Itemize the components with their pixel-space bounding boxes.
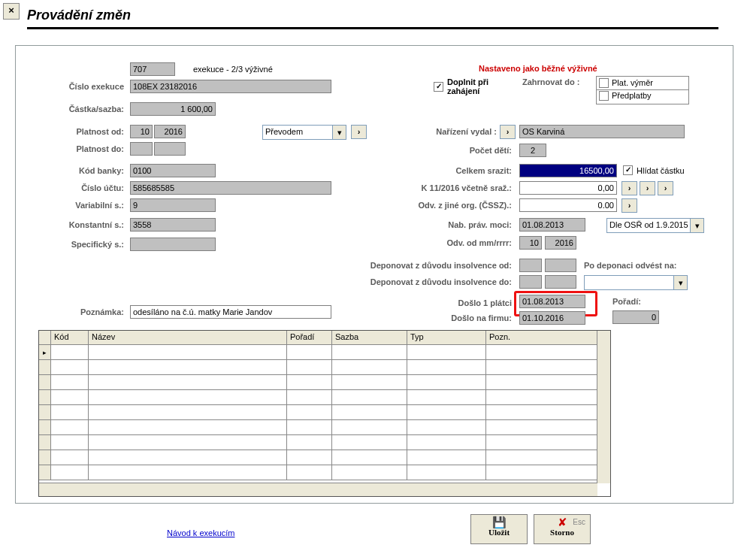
row-header[interactable]: ▸ [39,345,51,360]
grid-cell[interactable] [287,465,332,480]
grid-cell[interactable] [332,390,407,405]
odv-btn[interactable]: › [621,198,637,213]
col-poradi[interactable]: Pořadí [287,331,332,345]
grid-cell[interactable] [51,405,89,420]
col-nazev[interactable]: Název [89,331,287,345]
row-header[interactable] [39,465,51,480]
doplnit-checkbox[interactable]: ✓ [434,82,443,92]
k-btn2[interactable]: › [640,181,655,195]
narizeni-field[interactable]: OS Karviná [519,125,685,138]
grid-cell[interactable] [51,390,89,405]
dep-do-yy[interactable] [545,275,576,289]
grid-cell[interactable] [407,405,486,420]
code-field[interactable]: 707 [130,62,175,76]
odvod-mm[interactable]: 10 [519,236,542,250]
grid-cell[interactable] [407,390,486,405]
deti-field[interactable]: 2 [519,144,546,157]
po-dep-combo[interactable]: ▾ [584,275,688,290]
platba-combo[interactable]: Převodem ▾ [262,125,346,140]
grid-cell[interactable] [332,435,407,450]
grid-cell[interactable] [51,465,89,480]
grid-cell[interactable] [407,360,486,375]
odv-field[interactable]: 0.00 [519,198,617,212]
grid-hscroll[interactable] [39,483,597,496]
narizeni-go-button[interactable]: › [500,125,516,139]
col-kod[interactable]: Kód [51,331,89,345]
grid-cell[interactable] [486,360,597,375]
k-field[interactable]: 0,00 [519,181,617,195]
osr-combo[interactable]: Dle OSŘ od 1.9.2015 ▾ [606,218,704,233]
grid-cell[interactable] [89,375,287,390]
grid-cell[interactable] [89,465,287,480]
row-header[interactable] [39,435,51,450]
kod-banky-field[interactable]: 0100 [130,164,216,177]
platnost-do-mm[interactable] [130,142,153,156]
grid-cell[interactable] [89,360,287,375]
grid-cell[interactable] [486,405,597,420]
grid-cell[interactable] [89,435,287,450]
platba-go-button[interactable]: › [351,125,367,139]
grid-cell[interactable] [51,420,89,435]
grid-cell[interactable] [51,360,89,375]
cislo-uctu-field[interactable]: 585685585 [130,181,331,195]
grid-cell[interactable] [51,345,89,360]
cancel-button[interactable]: ✘ Esc Storno [534,514,591,544]
grid-cell[interactable] [486,435,597,450]
grid-cell[interactable] [332,450,407,465]
dep-do-mm[interactable] [519,275,542,289]
grid-cell[interactable] [332,465,407,480]
col-typ[interactable]: Typ [407,331,486,345]
k-btn1[interactable]: › [621,181,637,195]
row-header[interactable] [39,390,51,405]
grid-vscroll[interactable] [597,331,610,483]
grid-cell[interactable] [287,450,332,465]
predplatby-checkbox[interactable] [599,91,609,101]
row-header[interactable] [39,375,51,390]
ks-field[interactable]: 3558 [130,218,216,232]
grid-cell[interactable] [486,450,597,465]
grid-cell[interactable] [407,435,486,450]
grid-cell[interactable] [287,375,332,390]
grid-cell[interactable] [486,420,597,435]
row-header[interactable] [39,360,51,375]
grid-cell[interactable] [287,345,332,360]
plat-vymer-checkbox[interactable] [599,78,609,88]
grid-cell[interactable] [51,375,89,390]
grid-cell[interactable] [332,345,407,360]
nab-field[interactable]: 01.08.2013 [519,218,585,232]
row-header[interactable] [39,405,51,420]
platnost-od-yy[interactable]: 2016 [154,125,186,138]
save-button[interactable]: 💾 Uložit [470,514,528,544]
grid-cell[interactable] [287,360,332,375]
grid-cell[interactable] [332,360,407,375]
platnost-od-mm[interactable]: 10 [130,125,153,138]
grid[interactable]: Kód Název Pořadí Sazba Typ Pozn. /*rows … [38,330,611,497]
grid-cell[interactable] [287,420,332,435]
odvod-yy[interactable]: 2016 [545,236,576,250]
dep-od-mm[interactable] [519,259,542,272]
grid-cell[interactable] [486,345,597,360]
poznamka-field[interactable]: odesíláno na č.ú. matky Marie Jandov [130,305,331,319]
hlidat-checkbox[interactable]: ✓ [623,165,633,175]
poradi-field[interactable]: 0 [612,310,659,324]
grid-cell[interactable] [407,450,486,465]
grid-cell[interactable] [89,420,287,435]
grid-cell[interactable] [332,405,407,420]
grid-cell[interactable] [89,405,287,420]
row-header[interactable] [39,420,51,435]
guide-link[interactable]: Návod k exekucím [167,528,234,537]
vars-field[interactable]: 9 [130,198,216,212]
ss-field[interactable] [130,238,216,251]
grid-cell[interactable] [51,435,89,450]
celkem-field[interactable]: 16500,00 [519,164,617,177]
grid-cell[interactable] [287,435,332,450]
cislo-exekuce-field[interactable]: 108EX 23182016 [130,80,331,93]
grid-cell[interactable] [407,420,486,435]
grid-cell[interactable] [287,405,332,420]
platnost-do-yy[interactable] [154,142,186,156]
dep-od-yy[interactable] [545,259,576,272]
grid-cell[interactable] [407,465,486,480]
grid-cell[interactable] [486,375,597,390]
castka-field[interactable]: 1 600,00 [130,102,216,116]
grid-cell[interactable] [89,345,287,360]
